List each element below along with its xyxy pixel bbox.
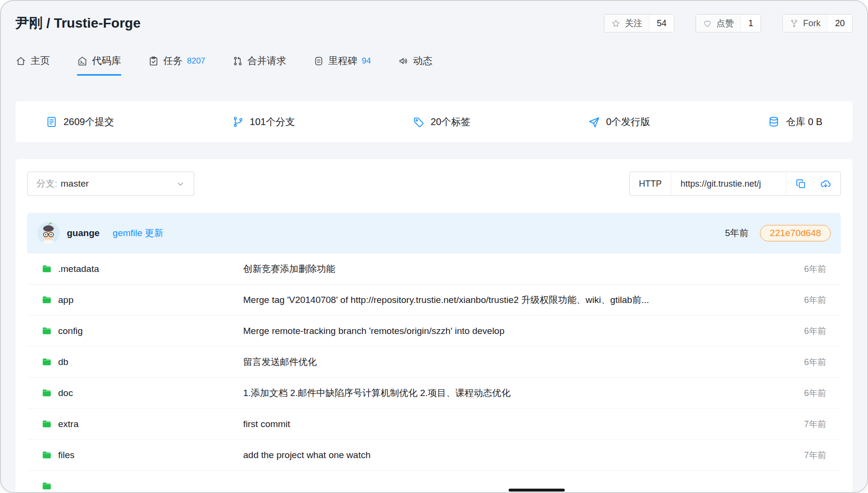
file-row[interactable]: app Merge tag 'V20140708' of http://repo… (27, 285, 841, 316)
tab-issues-count: 8207 (187, 56, 205, 66)
watch-count[interactable]: 54 (649, 15, 674, 32)
latest-commit-bar: guange gemfile 更新 5年前 221e70d648 (27, 213, 841, 254)
tab-milestones-count: 94 (362, 56, 371, 66)
file-commit-message[interactable]: 留言发送邮件优化 (243, 356, 792, 368)
file-commit-time: 7年前 (804, 418, 826, 430)
folder-icon (42, 295, 52, 305)
file-row[interactable]: extra first commit 7年前 (27, 409, 841, 440)
file-name-cell: db (42, 357, 243, 367)
document-icon (46, 116, 58, 128)
file-commit-time: 6年前 (804, 356, 826, 368)
file-row[interactable]: config Merge remote-tracking branch 'rem… (27, 316, 841, 347)
heart-icon (703, 19, 712, 28)
tab-issues[interactable]: 任务8207 (148, 54, 205, 76)
stat-tags[interactable]: 20个标签 (413, 115, 470, 128)
tab-repository[interactable]: 代码库 (77, 54, 121, 76)
tab-home[interactable]: 主页 (16, 54, 50, 76)
branch-icon (232, 116, 244, 128)
praise-count[interactable]: 1 (741, 15, 760, 32)
repo-header: 尹刚 / Trustie-Forge 关注 54 点赞 1 Fork 20 (1, 1, 867, 33)
merge-icon (232, 56, 243, 66)
stat-branches-label: 101个分支 (250, 115, 295, 128)
file-name-cell: .metadata (42, 264, 243, 274)
commit-meta: 5年前 221e70d648 (725, 225, 831, 241)
tab-pulls-label: 合并请求 (248, 54, 286, 67)
stat-releases[interactable]: 0个发行版 (588, 115, 650, 128)
repo-action-buttons: 关注 54 点赞 1 Fork 20 (604, 14, 852, 32)
file-commit-time: 6年前 (804, 263, 826, 275)
commit-sha-badge[interactable]: 221e70d648 (760, 225, 831, 241)
copy-icon[interactable] (795, 178, 806, 190)
commit-message-link[interactable]: gemfile 更新 (113, 227, 164, 239)
task-icon (148, 56, 159, 66)
repo-icon (77, 56, 88, 66)
file-row[interactable]: doc 1.添加文档 2.邮件中缺陷序号计算机制优化 2.项目、课程动态优化 6… (27, 378, 841, 409)
fork-count[interactable]: 20 (827, 15, 852, 32)
fork-label: Fork (803, 18, 821, 29)
stat-tags-label: 20个标签 (431, 115, 470, 128)
file-commit-message[interactable]: 1.添加文档 2.邮件中缺陷序号计算机制优化 2.项目、课程动态优化 (243, 387, 792, 399)
scrollbar-thumb[interactable] (509, 489, 565, 492)
branch-value: master (61, 178, 89, 189)
file-name[interactable]: .metadata (58, 264, 99, 274)
tab-repository-label: 代码库 (92, 54, 121, 67)
tab-pulls[interactable]: 合并请求 (232, 54, 286, 76)
file-name[interactable]: doc (58, 388, 73, 398)
tab-activity[interactable]: 动态 (398, 54, 433, 76)
clone-url-input[interactable]: https://git.trustie.net/j (671, 172, 786, 195)
file-commit-time: 6年前 (804, 387, 826, 399)
file-row[interactable]: files add the project what one watch 7年前 (27, 440, 841, 471)
file-row[interactable]: .metadata 创新竞赛添加删除功能 6年前 (27, 254, 841, 285)
avatar[interactable] (37, 222, 60, 244)
file-commit-message[interactable]: 创新竞赛添加删除功能 (243, 263, 792, 275)
branch-select[interactable]: 分支: master (27, 172, 194, 196)
milestone-icon (313, 56, 324, 66)
tab-activity-label: 动态 (413, 54, 433, 67)
file-commit-message[interactable]: Merge tag 'V20140708' of http://reposito… (243, 294, 792, 306)
watch-button[interactable]: 关注 54 (604, 14, 674, 32)
file-name-cell: app (42, 295, 243, 305)
tab-issues-label: 任务 (163, 54, 183, 67)
stat-size-label: 仓库 0 B (786, 115, 822, 128)
protocol-select[interactable]: HTTP (630, 172, 671, 195)
file-commit-message[interactable]: add the project what one watch (243, 450, 792, 461)
clone-url-group: HTTP https://git.trustie.net/j (629, 172, 841, 196)
commit-time: 5年前 (725, 227, 749, 239)
praise-button[interactable]: 点赞 1 (696, 14, 761, 32)
file-name-cell: files (42, 450, 243, 461)
file-commit-message[interactable]: Merge remote-tracking branch 'remotes/or… (243, 326, 792, 336)
folder-icon (42, 357, 52, 367)
tag-icon (413, 116, 425, 128)
praise-label: 点赞 (716, 17, 734, 29)
file-name[interactable]: db (58, 357, 68, 367)
stat-branches[interactable]: 101个分支 (232, 115, 295, 128)
file-list: .metadata 创新竞赛添加删除功能 6年前 app Merge tag '… (27, 254, 841, 493)
commit-author[interactable]: guange (67, 228, 100, 239)
tab-milestones-label: 里程碑 (328, 54, 357, 67)
folder-icon (42, 326, 52, 336)
speaker-icon (398, 56, 409, 66)
file-name-cell (42, 481, 243, 491)
file-name[interactable]: extra (58, 419, 78, 429)
stat-commits[interactable]: 2609个提交 (46, 115, 114, 128)
file-name[interactable]: config (58, 326, 83, 336)
file-commit-message[interactable]: first commit (243, 419, 792, 429)
file-name[interactable]: app (58, 295, 74, 305)
tab-milestones[interactable]: 里程碑94 (313, 54, 371, 76)
tab-home-label: 主页 (31, 54, 50, 67)
file-row[interactable] (27, 471, 841, 493)
clone-url-actions (786, 172, 840, 195)
fork-button[interactable]: Fork 20 (782, 14, 852, 32)
repo-nav-tabs: 主页 代码库 任务8207 合并请求 里程碑94 动态 (1, 54, 867, 76)
branch-label: 分支: (36, 177, 57, 190)
file-name[interactable]: files (58, 450, 75, 461)
stat-commits-label: 2609个提交 (63, 115, 114, 128)
app-window: 尹刚 / Trustie-Forge 关注 54 点赞 1 Fork 20 主页… (0, 0, 868, 493)
stat-size[interactable]: 仓库 0 B (768, 115, 822, 128)
stat-releases-label: 0个发行版 (606, 115, 650, 128)
folder-icon (42, 419, 52, 429)
repo-card: 分支: master HTTP https://git.trustie.net/… (16, 159, 852, 493)
cloud-download-icon[interactable] (820, 178, 831, 190)
file-row[interactable]: db 留言发送邮件优化 6年前 (27, 347, 841, 378)
folder-icon (42, 388, 52, 398)
